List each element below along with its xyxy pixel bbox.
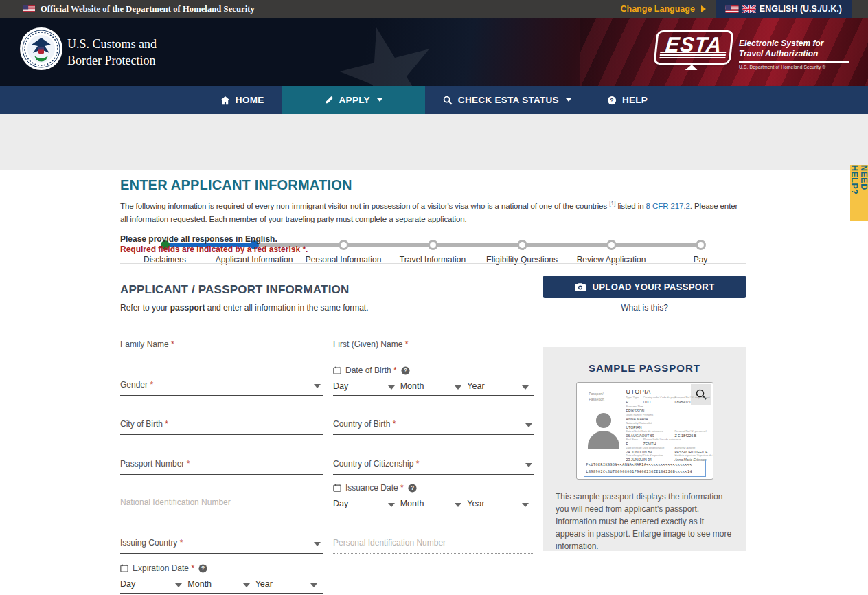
sample-passport-caption: This sample passport displays the inform…: [556, 491, 733, 552]
first-name-label: First (Given) Name *: [333, 339, 408, 349]
national-identification-number-placeholder: National Identification Number: [120, 497, 231, 507]
svg-text:?: ?: [201, 565, 205, 572]
chevron-down-icon: [314, 384, 321, 388]
issuance-date-group: Issuance Date * ? Day Month Year: [333, 483, 534, 513]
nav-item-help[interactable]: ? HELP: [589, 86, 665, 114]
country-of-birth-select[interactable]: Country of Birth *: [333, 417, 534, 435]
english-note: Please provide all responses in English.: [120, 234, 277, 244]
chevron-down-icon: [388, 385, 395, 390]
city-of-birth-input[interactable]: City of Birth *: [120, 417, 323, 435]
nav-item-check-esta-status[interactable]: CHECK ESTA STATUS: [425, 86, 589, 114]
pencil-icon: [325, 96, 334, 104]
issuance-year-select[interactable]: Year: [467, 499, 534, 508]
personal-identification-number-placeholder: Personal Identification Number: [333, 538, 446, 548]
help-icon[interactable]: ?: [198, 564, 207, 573]
passport-number-label: Passport Number *: [120, 459, 190, 469]
passport-field: Date of issue/ Date de délivrance24 JUN/…: [626, 447, 665, 455]
us-flag-icon: [725, 5, 739, 13]
step-dot-eligibility-questions: [517, 240, 527, 250]
issuing-country-select[interactable]: Issuing Country *: [120, 536, 323, 554]
site-header: U.S. Customs and Border Protection ESTA …: [0, 18, 868, 86]
chevron-down-icon: [314, 542, 321, 546]
language-selector-label: ENGLISH (U.S./U.K.): [760, 4, 842, 14]
issuance-month-select[interactable]: Month: [400, 499, 468, 508]
date-of-birth-group: Date of Birth * ? Day Month Year: [333, 366, 534, 396]
family-name-input[interactable]: Family Name *: [120, 337, 323, 355]
passport-field: Nationality/ NationalitéUTOPIAN: [626, 422, 652, 430]
issuance-day-select[interactable]: Day: [333, 499, 400, 508]
home-icon: [220, 96, 230, 105]
svg-text:?: ?: [610, 97, 614, 104]
country-of-birth-label: Country of Birth *: [333, 419, 396, 429]
passport-field: Given names/ PrénomsANNA MARIA: [626, 414, 654, 422]
step-dot-travel-information: [428, 240, 438, 250]
sample-passport-title: SAMPLE PASSPORT: [543, 347, 746, 374]
country-of-citizenship-select[interactable]: Country of Citizenship *: [333, 457, 534, 475]
esta-subtext: U.S. Department of Homeland Security ®: [739, 65, 849, 69]
progress-stepper: Disclaimers Applicant Information Person…: [0, 114, 868, 170]
required-note: Required fields are indicated by a red a…: [120, 245, 308, 254]
change-language-link[interactable]: Change Language: [621, 4, 706, 14]
camera-icon: [575, 282, 586, 291]
cfr-link[interactable]: 8 CFR 217.2: [646, 202, 690, 210]
personal-identification-number-input: Personal Identification Number: [333, 536, 534, 554]
language-selector[interactable]: ENGLISH (U.S./U.K.): [716, 0, 852, 18]
step-dot-personal-information: [339, 240, 349, 250]
dob-day-select[interactable]: Day: [333, 381, 400, 391]
chevron-down-icon: [175, 583, 182, 587]
issuance-date-label: Issuance Date * ?: [333, 483, 534, 493]
chevron-down-icon: [455, 503, 461, 507]
section-divider: [120, 263, 746, 264]
flag-star-decoration: [330, 18, 446, 86]
nav-item-apply[interactable]: APPLY: [282, 86, 425, 114]
esta-logo: ESTA Electronic System for Travel Author…: [655, 30, 849, 69]
svg-text:?: ?: [411, 484, 414, 491]
section-subtext: Refer to your passport and enter all inf…: [120, 303, 369, 313]
city-of-birth-label: City of Birth *: [120, 419, 168, 429]
chevron-down-icon: [566, 98, 571, 102]
question-icon: ?: [607, 96, 617, 105]
passport-field: Country code/ Code du paysUTO: [643, 396, 676, 405]
esta-tagline: Electronic System for Travel Authorizati…: [739, 38, 849, 59]
uk-flag-icon: [742, 5, 756, 13]
expiration-year-select[interactable]: Year: [255, 579, 323, 589]
expiration-month-select[interactable]: Month: [187, 579, 255, 589]
page-title: ENTER APPLICANT INFORMATION: [120, 177, 352, 193]
expiration-day-select[interactable]: Day: [120, 579, 187, 589]
gender-select[interactable]: Gender *: [120, 378, 323, 396]
chevron-down-icon: [522, 503, 529, 507]
what-is-this-link[interactable]: What is this?: [621, 303, 668, 313]
calendar-icon: [333, 484, 341, 492]
passport-doc-label: Passport/ Passeport: [589, 392, 605, 402]
step-dot-pay: [696, 240, 706, 250]
footnote-link[interactable]: [1]: [609, 200, 615, 207]
sample-passport-panel: SAMPLE PASSPORT Passport/ Passeport UTOP…: [543, 347, 746, 551]
date-of-birth-label: Date of Birth * ?: [333, 366, 534, 375]
chevron-down-icon: [377, 98, 382, 102]
passport-field: Authority/ AutoritéPASSPORT OFFICE: [675, 447, 708, 455]
passport-field: Surname/ NomERIKSSON: [626, 405, 645, 414]
family-name-label: Family Name *: [120, 339, 174, 349]
passport-field: Sex/ SexeF: [626, 438, 638, 447]
passport-mrz: P<UTOERIKSSON<<ANNA<MARIA<<<<<<<<<<<<<<<…: [584, 460, 706, 477]
upload-passport-button[interactable]: UPLOAD YOUR PASSPORT: [543, 276, 746, 298]
passport-field: Passport No./ N° de passeportL898902 C: [675, 396, 710, 405]
first-name-input[interactable]: First (Given) Name *: [333, 337, 534, 355]
intro-text: The following information is required of…: [120, 199, 742, 227]
sample-passport-image: Passport/ Passeport UTOPIA Type/ TypeP C…: [576, 382, 713, 480]
dhs-seal-logo: [19, 27, 63, 74]
dob-year-select[interactable]: Year: [467, 381, 534, 391]
nav-item-home[interactable]: HOME: [203, 86, 282, 114]
help-icon[interactable]: ?: [401, 366, 410, 375]
help-icon[interactable]: ?: [408, 484, 417, 493]
applicant-form: Family Name * First (Given) Name * Gende…: [120, 336, 534, 594]
expiration-date-label: Expiration Date * ?: [120, 563, 323, 573]
need-help-tab[interactable]: NEED HELP?: [850, 165, 868, 221]
esta-badge: ESTA: [654, 30, 734, 65]
chevron-down-icon: [243, 583, 250, 587]
passport-number-input[interactable]: Passport Number *: [120, 457, 323, 475]
gender-label: Gender *: [120, 380, 153, 390]
arrow-right-icon: [701, 5, 706, 12]
dob-month-select[interactable]: Month: [400, 381, 468, 391]
expiration-date-group: Expiration Date * ? Day Month Year: [120, 563, 323, 594]
